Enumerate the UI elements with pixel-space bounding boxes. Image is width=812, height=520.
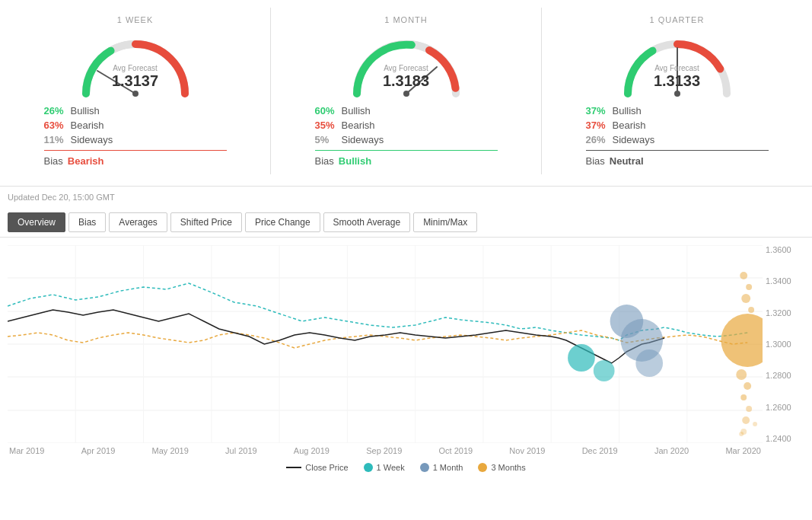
gauge-1month-label: Avg Forecast 1.3183 bbox=[383, 64, 429, 90]
svg-point-36 bbox=[746, 406, 752, 412]
gauge-1month: Avg Forecast 1.3183 bbox=[345, 29, 467, 97]
gauge-1quarter: Avg Forecast 1.3133 bbox=[616, 29, 738, 97]
svg-point-5 bbox=[674, 91, 680, 97]
svg-point-30 bbox=[746, 284, 752, 290]
chart-svg bbox=[8, 245, 763, 443]
panel-1quarter: 1 QUARTER Avg Forecast 1.3133 37% Bullis… bbox=[542, 8, 812, 174]
panel-1month-title: 1 MONTH bbox=[384, 15, 428, 24]
tabs-row: Overview Bias Averages Shifted Price Pri… bbox=[0, 208, 812, 238]
tab-shifted-price[interactable]: Shifted Price bbox=[170, 212, 242, 232]
chart-area: 1.3600 1.3400 1.3200 1.3000 1.2800 1.260… bbox=[0, 238, 812, 474]
forecast-panels: 1 WEEK Avg Forecast 1.3137 bbox=[0, 0, 812, 187]
divider-1month bbox=[315, 150, 498, 151]
chart-with-yaxis: 1.3600 1.3400 1.3200 1.3000 1.2800 1.260… bbox=[8, 245, 804, 443]
tab-smooth-average[interactable]: Smooth Average bbox=[323, 212, 411, 232]
divider-1quarter bbox=[586, 150, 769, 151]
svg-point-31 bbox=[741, 294, 750, 303]
svg-point-33 bbox=[736, 369, 747, 380]
svg-point-34 bbox=[744, 382, 751, 390]
panel-1week: 1 WEEK Avg Forecast 1.3137 bbox=[0, 8, 271, 174]
updated-text: Updated Dec 20, 15:00 GMT bbox=[0, 187, 812, 208]
svg-point-24 bbox=[594, 360, 615, 381]
gauge-1week-label: Avg Forecast 1.3137 bbox=[112, 64, 158, 90]
stats-1quarter: 37% Bullish 37% Bearish 26% Sideways Bia… bbox=[586, 105, 769, 167]
legend-1month: 1 Month bbox=[420, 463, 463, 472]
svg-point-23 bbox=[568, 344, 595, 372]
panel-1quarter-title: 1 QUARTER bbox=[650, 15, 705, 24]
legend-1week: 1 Week bbox=[364, 463, 405, 472]
svg-point-28 bbox=[721, 314, 763, 367]
x-axis: Mar 2019 Apr 2019 May 2019 Jul 2019 Aug … bbox=[8, 446, 763, 455]
chart-inner bbox=[8, 245, 763, 443]
chart-legend: Close Price 1 Week 1 Month 3 Months bbox=[8, 463, 804, 472]
gauge-1week: Avg Forecast 1.3137 bbox=[75, 29, 196, 97]
svg-point-29 bbox=[740, 272, 747, 279]
svg-point-40 bbox=[753, 422, 757, 426]
panel-1month: 1 MONTH Avg Forecast 1.3183 60% Bulli bbox=[271, 8, 542, 174]
bias-1week: Bias Bearish bbox=[44, 155, 227, 167]
sideways-row: 11% Sideways bbox=[44, 134, 227, 145]
tab-price-change[interactable]: Price Change bbox=[245, 212, 320, 232]
tab-overview[interactable]: Overview bbox=[8, 212, 65, 232]
panel-1week-title: 1 WEEK bbox=[117, 15, 154, 24]
stats-1month: 60% Bullish 35% Bearish 5% Sideways Bias… bbox=[315, 105, 498, 167]
svg-point-32 bbox=[748, 307, 754, 313]
bullish-row: 26% Bullish bbox=[44, 105, 227, 116]
divider-1week bbox=[44, 150, 227, 151]
bearish-row: 63% Bearish bbox=[44, 120, 227, 131]
gauge-1quarter-label: Avg Forecast 1.3133 bbox=[654, 64, 700, 90]
tab-bias[interactable]: Bias bbox=[68, 212, 106, 232]
tab-minim-max[interactable]: Minim/Max bbox=[413, 212, 477, 232]
svg-point-1 bbox=[132, 91, 139, 97]
legend-3months: 3 Months bbox=[478, 463, 525, 472]
svg-point-37 bbox=[742, 416, 750, 424]
stats-1week: 26% Bullish 63% Bearish 11% Sideways Bia… bbox=[44, 105, 227, 167]
svg-point-39 bbox=[739, 432, 744, 436]
svg-point-27 bbox=[635, 349, 663, 377]
svg-point-35 bbox=[740, 394, 747, 400]
tab-averages[interactable]: Averages bbox=[109, 212, 167, 232]
legend-close-price: Close Price bbox=[286, 463, 348, 472]
y-axis: 1.3600 1.3400 1.3200 1.3000 1.2800 1.260… bbox=[763, 245, 804, 443]
svg-point-3 bbox=[403, 91, 409, 97]
